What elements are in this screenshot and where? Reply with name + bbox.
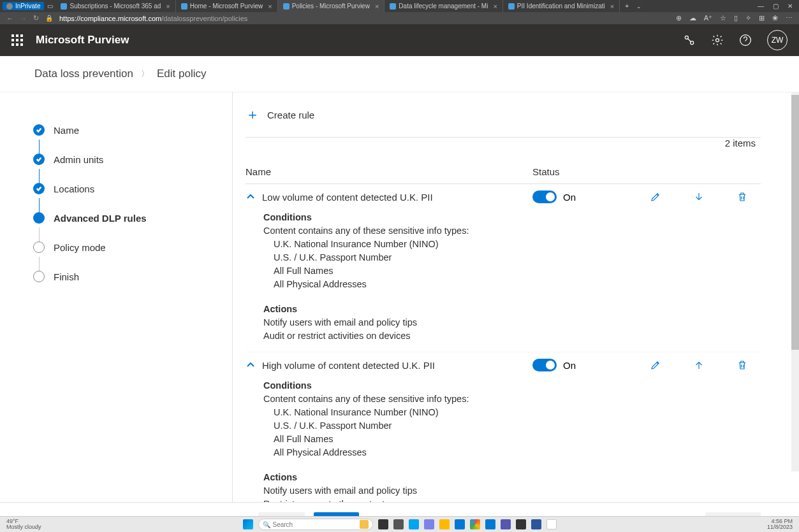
tab-title: Subscriptions - Microsoft 365 ad — [70, 3, 161, 10]
rule-name: High volume of content detected U.K. PII — [262, 360, 532, 371]
start-icon[interactable] — [243, 519, 253, 529]
mail-icon[interactable] — [485, 519, 495, 529]
explorer-icon[interactable] — [439, 519, 450, 529]
tab-favicon-icon — [508, 3, 515, 10]
chevron-right-icon: 〉 — [141, 68, 149, 80]
chrome-icon[interactable] — [470, 519, 480, 529]
scrollbar-thumb[interactable] — [791, 95, 799, 350]
step-label: Finish — [54, 271, 79, 282]
browser-tab[interactable]: Home - Microsoft Purview× — [176, 0, 278, 12]
rule-details: ConditionsContent contains any of these … — [246, 203, 761, 343]
more-icon[interactable]: ⋯ — [786, 14, 793, 22]
task-view-icon[interactable] — [393, 519, 404, 529]
scrollbar-track[interactable] — [791, 92, 799, 471]
settings-icon[interactable] — [711, 34, 724, 47]
delete-icon[interactable] — [737, 359, 748, 371]
browser-tab[interactable]: PII Identification and Minimizati× — [503, 0, 620, 12]
taskbar-search[interactable]: 🔍 Search — [258, 519, 373, 530]
check-icon — [33, 154, 45, 165]
tab-title: Data lifecycle management - Mi — [399, 3, 488, 10]
split-icon[interactable]: ▯ — [734, 14, 738, 22]
windows-taskbar[interactable]: 49°FMostly cloudy 🔍 Search 4:56 PM11/8/2… — [0, 516, 799, 532]
app-header: Microsoft Purview ZW — [0, 24, 799, 56]
browser-tab[interactable]: Subscriptions - Microsoft 365 ad× — [55, 0, 175, 12]
system-clock[interactable]: 4:56 PM11/8/2023 — [767, 519, 793, 530]
status-toggle[interactable] — [532, 359, 557, 371]
store-icon[interactable] — [409, 519, 419, 529]
shopping-icon[interactable]: ☁ — [689, 14, 696, 22]
word-icon[interactable] — [531, 519, 541, 529]
copilot-icon[interactable] — [378, 519, 388, 529]
status-toggle[interactable] — [532, 191, 557, 203]
weather-widget[interactable]: 49°FMostly cloudy — [6, 519, 41, 530]
tabs-chevron-icon[interactable]: ⌄ — [634, 3, 644, 10]
step-label: Name — [54, 125, 79, 136]
tab-close-icon[interactable]: × — [375, 3, 379, 10]
diagnostics-icon[interactable] — [683, 34, 696, 47]
main-area: NameAdmin unitsLocationsAdvanced DLP rul… — [0, 92, 799, 502]
help-icon[interactable] — [739, 34, 752, 47]
read-aloud-icon[interactable]: A⁺ — [704, 14, 712, 22]
refresh-icon[interactable]: ↻ — [33, 14, 39, 22]
app-title: Microsoft Purview — [36, 34, 129, 47]
back-arrow-icon[interactable]: ← — [6, 15, 13, 22]
breadcrumb-current: Edit policy — [157, 68, 206, 80]
wizard-step-locations[interactable]: Locations — [33, 183, 207, 194]
move-up-icon[interactable] — [693, 359, 705, 371]
check-icon — [33, 124, 45, 136]
user-avatar[interactable]: ZW — [767, 30, 788, 50]
step-dot-icon — [33, 241, 45, 253]
snip-icon[interactable] — [546, 519, 557, 529]
browser-tab[interactable]: Policies - Microsoft Purview× — [278, 0, 385, 12]
items-count: 2 items — [246, 138, 761, 148]
app-launcher-icon[interactable] — [11, 34, 23, 46]
close-window-icon[interactable]: ✕ — [788, 3, 793, 10]
create-rule-button[interactable]: ＋ Create rule — [246, 105, 761, 124]
zoom-icon[interactable]: ⊕ — [676, 14, 682, 22]
column-status[interactable]: Status — [532, 166, 609, 177]
status-label: On — [563, 360, 576, 371]
tab-favicon-icon — [181, 3, 187, 10]
step-label: Advanced DLP rules — [54, 213, 147, 224]
chevron-up-icon[interactable] — [246, 192, 256, 202]
tab-close-icon[interactable]: × — [493, 3, 497, 10]
browser-tab[interactable]: Data lifecycle management - Mi× — [385, 0, 503, 12]
tab-close-icon[interactable]: × — [166, 3, 170, 10]
maximize-icon[interactable]: ▢ — [773, 3, 779, 10]
url-text[interactable]: https://compliance.microsoft.com/datalos… — [59, 15, 247, 22]
wizard-step-advanced-dlp-rules[interactable]: Advanced DLP rules — [33, 212, 207, 224]
tab-title: Policies - Microsoft Purview — [292, 3, 370, 10]
lock-icon[interactable]: 🔒 — [45, 15, 53, 22]
favorite-icon[interactable]: ☆ — [720, 14, 726, 22]
column-name[interactable]: Name — [246, 166, 532, 177]
tab-close-icon[interactable]: × — [268, 3, 272, 10]
wizard-step-name[interactable]: Name — [33, 124, 207, 136]
minimize-icon[interactable]: — — [758, 3, 764, 10]
browser-tab-strip: InPrivate ▭ Subscriptions - Microsoft 36… — [0, 0, 799, 12]
breadcrumb-root[interactable]: Data loss prevention — [34, 68, 133, 80]
new-tab-button[interactable]: + — [620, 3, 634, 10]
svg-point-2 — [716, 39, 719, 42]
edit-icon[interactable] — [650, 359, 661, 371]
chevron-up-icon[interactable] — [246, 360, 256, 370]
favorites-bar-icon[interactable]: ✧ — [745, 14, 751, 22]
teams2-icon[interactable] — [501, 519, 511, 529]
delete-icon[interactable] — [737, 191, 748, 203]
collections-icon[interactable]: ⊞ — [759, 14, 765, 22]
terminal-icon[interactable] — [516, 519, 526, 529]
wizard-step-policy-mode: Policy mode — [33, 241, 207, 253]
plus-icon: ＋ — [246, 105, 260, 124]
teams-icon[interactable] — [424, 519, 434, 529]
extensions-icon[interactable]: ❀ — [772, 14, 778, 22]
edge-icon[interactable] — [455, 519, 465, 529]
tabs-overview-icon[interactable]: ▭ — [44, 3, 55, 10]
move-down-icon[interactable] — [693, 191, 705, 203]
check-icon — [33, 183, 45, 194]
rule-row: Low volume of content detected U.K. PIIO… — [246, 184, 761, 352]
breadcrumb: Data loss prevention 〉 Edit policy — [0, 56, 799, 92]
tab-close-icon[interactable]: × — [610, 3, 614, 10]
step-label: Locations — [54, 183, 94, 194]
wizard-step-admin-units[interactable]: Admin units — [33, 154, 207, 165]
inprivate-badge: InPrivate — [3, 2, 44, 10]
edit-icon[interactable] — [650, 191, 661, 203]
